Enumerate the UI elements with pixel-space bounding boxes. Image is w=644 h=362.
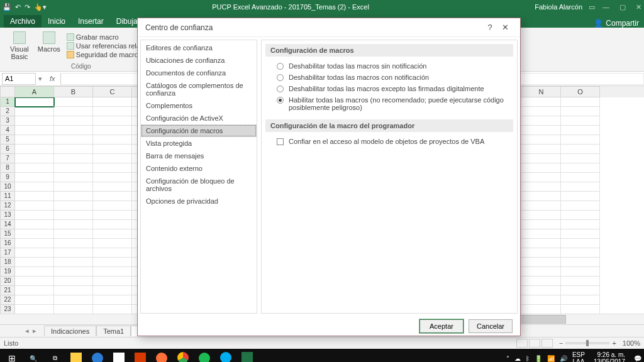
cell[interactable] [15, 97, 54, 107]
cell[interactable] [522, 220, 561, 229]
tray-clock[interactable]: 9:26 a. m.13/05/2017 [590, 351, 629, 362]
cell[interactable] [54, 258, 93, 267]
cell[interactable] [522, 192, 561, 201]
cell[interactable] [54, 239, 93, 248]
cell[interactable] [561, 116, 600, 126]
row-header[interactable]: 14 [0, 220, 15, 229]
sheet-next-icon[interactable]: ▸ [33, 327, 36, 335]
row-header[interactable]: 13 [0, 211, 15, 220]
cell[interactable] [561, 248, 600, 258]
row-header[interactable]: 12 [0, 201, 15, 211]
cell[interactable] [15, 173, 54, 182]
cell[interactable] [522, 201, 561, 211]
redo-icon[interactable]: ↷ [25, 3, 30, 11]
nav-item[interactable]: Opciones de privacidad [141, 195, 257, 207]
cancel-button[interactable]: Cancelar [469, 319, 513, 333]
select-all-corner[interactable] [0, 86, 15, 97]
cell[interactable] [93, 107, 132, 116]
nav-item[interactable]: Configuración de ActiveX [141, 112, 257, 124]
tb-skype-icon[interactable] [215, 349, 236, 362]
cell[interactable] [93, 295, 132, 305]
nav-item[interactable]: Complementos [141, 99, 257, 112]
cell[interactable] [561, 211, 600, 220]
cell[interactable] [93, 192, 132, 201]
nav-item[interactable]: Ubicaciones de confianza [141, 54, 257, 67]
cell[interactable] [54, 220, 93, 229]
cell[interactable] [561, 229, 600, 239]
row-header[interactable]: 2 [0, 107, 15, 116]
view-pagebreak-icon[interactable] [541, 339, 553, 348]
tray-notifications-icon[interactable]: 💬 [634, 355, 641, 362]
tray-bluetooth-icon[interactable]: ᛒ [526, 355, 530, 362]
cell[interactable] [15, 107, 54, 116]
cell[interactable] [15, 286, 54, 295]
row-header[interactable]: 18 [0, 258, 15, 267]
view-normal-icon[interactable] [516, 339, 528, 348]
row-header[interactable]: 7 [0, 154, 15, 163]
tray-wifi-icon[interactable]: 📶 [547, 355, 555, 362]
cell[interactable] [522, 277, 561, 286]
col-header[interactable]: A [15, 86, 54, 97]
cell[interactable] [522, 173, 561, 182]
cell[interactable] [561, 295, 600, 305]
dialog-help-icon[interactable]: ? [482, 23, 497, 32]
row-header[interactable]: 17 [0, 248, 15, 258]
cell[interactable] [15, 295, 54, 305]
cell[interactable] [93, 97, 132, 107]
undo-icon[interactable]: ↶ [15, 3, 21, 11]
namebox-dropdown-icon[interactable]: ▾ [36, 75, 45, 83]
tray-volume-icon[interactable]: 🔊 [560, 355, 567, 362]
tab-insertar[interactable]: Insertar [72, 15, 110, 28]
cell[interactable] [15, 182, 54, 192]
nav-item[interactable]: Documentos de confianza [141, 67, 257, 79]
cell[interactable] [54, 211, 93, 220]
row-header[interactable]: 1 [0, 97, 15, 107]
cell[interactable] [522, 267, 561, 277]
zoom-in-icon[interactable]: + [612, 339, 616, 347]
cell[interactable] [522, 126, 561, 135]
cell[interactable] [561, 163, 600, 173]
row-header[interactable]: 3 [0, 116, 15, 126]
nav-item[interactable]: Contenido externo [141, 162, 257, 175]
row-header[interactable]: 21 [0, 286, 15, 295]
radio-option[interactable]: Deshabilitar todas las macros con notifi… [265, 72, 513, 83]
cell[interactable] [54, 135, 93, 145]
user-name[interactable]: Fabiola Alarcón [535, 3, 582, 11]
cell[interactable] [522, 97, 561, 107]
radio-option[interactable]: Habilitar todas las macros (no recomenda… [265, 94, 513, 113]
tray-onedrive-icon[interactable]: ☁ [514, 355, 521, 362]
tray-lang[interactable]: ESPLAA [572, 351, 585, 362]
row-header[interactable]: 22 [0, 295, 15, 305]
zoom-level[interactable]: 100% [623, 339, 640, 347]
search-icon[interactable]: 🔍 [23, 349, 44, 362]
cell[interactable] [54, 116, 93, 126]
cell[interactable] [15, 258, 54, 267]
row-header[interactable]: 5 [0, 135, 15, 145]
tb-app1-icon[interactable] [130, 349, 151, 362]
cell[interactable] [93, 267, 132, 277]
ribbon-display-icon[interactable]: ▭ [589, 3, 595, 11]
zoom-out-icon[interactable]: − [559, 339, 563, 347]
cell[interactable] [522, 154, 561, 163]
col-header[interactable]: B [54, 86, 93, 97]
col-header[interactable]: N [522, 86, 561, 97]
ok-button[interactable]: Aceptar [419, 319, 464, 333]
cell[interactable] [15, 267, 54, 277]
cell[interactable] [93, 229, 132, 239]
sheet-tab-indicaciones[interactable]: Indicaciones [44, 326, 96, 336]
tray-up-icon[interactable]: ˄ [506, 355, 509, 362]
cell[interactable] [561, 277, 600, 286]
nav-item[interactable]: Barra de mensajes [141, 150, 257, 162]
cell[interactable] [93, 248, 132, 258]
cell[interactable] [54, 145, 93, 154]
cell[interactable] [93, 116, 132, 126]
cell[interactable] [522, 258, 561, 267]
nav-item[interactable]: Configuración de macros [141, 124, 257, 137]
nav-item[interactable]: Catálogos de complementos de confianza [141, 79, 257, 99]
cell[interactable] [54, 229, 93, 239]
cell[interactable] [54, 267, 93, 277]
save-icon[interactable]: 💾 [3, 3, 11, 11]
row-header[interactable]: 8 [0, 163, 15, 173]
row-header[interactable]: 20 [0, 277, 15, 286]
cell[interactable] [93, 239, 132, 248]
